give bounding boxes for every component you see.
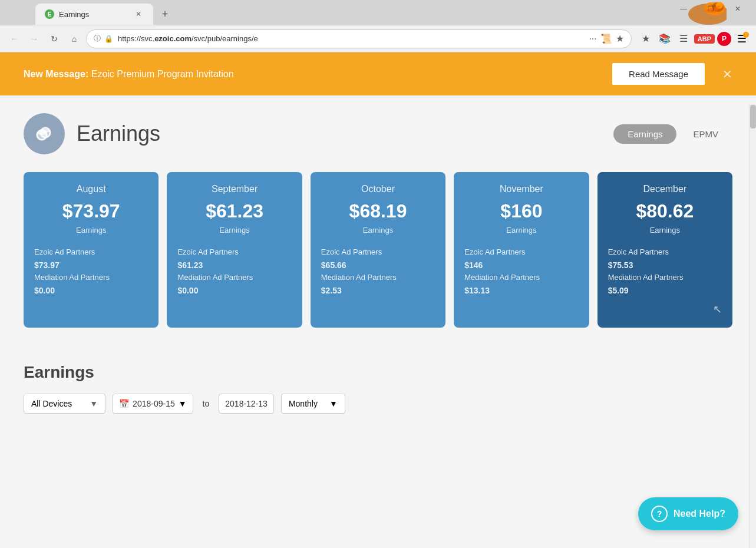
device-filter-arrow: ▼: [90, 399, 98, 408]
month-name-december: December: [608, 184, 722, 194]
month-label-december: Earnings: [608, 226, 722, 235]
address-bar-right: ··· 📜 ★: [589, 33, 623, 44]
info-icon: ⓘ: [94, 34, 101, 44]
help-icon: ?: [651, 506, 668, 522]
maximize-button[interactable]: ❐: [697, 0, 724, 18]
month-cards: August $73.97 Earnings Ezoic Ad Partners…: [24, 172, 732, 328]
month-label-august: Earnings: [34, 226, 148, 235]
tab-close-button[interactable]: ✕: [133, 9, 144, 19]
url-display: https://svc.ezoic.com/svc/pub/earnings/e: [118, 34, 584, 43]
adblock-button[interactable]: ABP: [694, 34, 715, 44]
month-name-august: August: [34, 184, 148, 194]
warning-badge: !: [743, 32, 749, 38]
address-security-icons: ⓘ 🔒: [94, 34, 113, 44]
date-to-picker[interactable]: 2018-12-13: [219, 394, 274, 414]
device-filter-value: All Devices: [31, 399, 72, 408]
month-breakdown-september: Ezoic Ad Partners $61.23 Mediation Ad Pa…: [177, 246, 291, 297]
notification-prefix: New Message:: [24, 69, 88, 79]
svg-point-9: [41, 129, 50, 133]
new-tab-button[interactable]: +: [157, 6, 173, 22]
notification-banner: New Message: Ezoic Premium Program Invit…: [0, 52, 756, 95]
month-label-september: Earnings: [177, 226, 291, 235]
more-options-icon[interactable]: ···: [589, 34, 596, 44]
filter-row: All Devices ▼ 📅 2018-09-15 ▼ to 2018-12-…: [24, 394, 732, 414]
pocket-icon[interactable]: 📜: [600, 33, 612, 44]
close-button[interactable]: ✕: [724, 0, 751, 18]
minimize-button[interactable]: —: [670, 0, 697, 18]
lock-icon: 🔒: [104, 35, 113, 43]
notification-message: Ezoic Premium Program Invitation: [91, 69, 234, 79]
menu-button[interactable]: ☰ !: [734, 31, 750, 47]
cursor-indicator: ↖: [608, 303, 722, 316]
date-to-value: 2018-12-13: [225, 399, 268, 408]
month-label-november: Earnings: [464, 226, 578, 235]
date-from-arrow: ▼: [179, 399, 187, 408]
bottom-earnings-title: Earnings: [24, 363, 732, 382]
address-bar[interactable]: ⓘ 🔒 https://svc.ezoic.com/svc/pub/earnin…: [86, 29, 632, 48]
month-breakdown-december: Ezoic Ad Partners $75.53 Mediation Ad Pa…: [608, 246, 722, 297]
extensions-icon[interactable]: ★: [638, 31, 654, 47]
device-filter[interactable]: All Devices ▼: [24, 394, 105, 414]
need-help-label: Need Help?: [674, 509, 725, 519]
bookmark-icon[interactable]: ★: [616, 33, 624, 44]
month-card-december[interactable]: December $80.62 Earnings Ezoic Ad Partne…: [597, 172, 732, 328]
home-button[interactable]: ⌂: [66, 31, 82, 47]
forward-button[interactable]: →: [26, 31, 42, 47]
month-card-november[interactable]: November $160 Earnings Ezoic Ad Partners…: [454, 172, 589, 328]
period-arrow: ▼: [329, 399, 338, 408]
bottom-section: Earnings All Devices ▼ 📅 2018-09-15 ▼ to…: [0, 363, 756, 414]
toolbar-icons: ★ 📚 ☰ ABP P ☰ !: [638, 31, 750, 47]
earnings-icon: [24, 113, 65, 154]
date-from-picker[interactable]: 📅 2018-09-15 ▼: [113, 394, 193, 414]
month-card-october[interactable]: October $68.19 Earnings Ezoic Ad Partner…: [311, 172, 445, 328]
month-label-october: Earnings: [321, 226, 435, 235]
month-breakdown-august: Ezoic Ad Partners $73.97 Mediation Ad Pa…: [34, 246, 148, 297]
page-title: Earnings: [77, 121, 160, 146]
scrollbar-thumb[interactable]: [750, 105, 756, 128]
tab-title: Earnings: [59, 10, 89, 19]
month-name-november: November: [464, 184, 578, 194]
earnings-header: Earnings Earnings EPMV: [24, 113, 732, 154]
earnings-tabs: Earnings EPMV: [613, 124, 732, 144]
month-amount-october: $68.19: [321, 200, 435, 222]
calendar-icon: 📅: [119, 399, 129, 408]
date-from-value: 2018-09-15: [133, 399, 175, 408]
to-label: to: [200, 399, 212, 408]
month-card-august[interactable]: August $73.97 Earnings Ezoic Ad Partners…: [24, 172, 159, 328]
month-breakdown-october: Ezoic Ad Partners $65.66 Mediation Ad Pa…: [321, 246, 435, 297]
tab-favicon: E: [45, 9, 54, 19]
refresh-button[interactable]: ↻: [46, 31, 62, 47]
month-amount-december: $80.62: [608, 200, 722, 222]
month-amount-november: $160: [464, 200, 578, 222]
need-help-button[interactable]: ? Need Help?: [638, 497, 738, 530]
period-value: Monthly: [289, 399, 318, 408]
month-amount-august: $73.97: [34, 200, 148, 222]
notification-close-button[interactable]: ✕: [722, 67, 732, 81]
library-icon[interactable]: 📚: [656, 31, 673, 47]
main-section: Earnings Earnings EPMV August $73.97 Ear…: [0, 107, 756, 363]
scrollbar[interactable]: [749, 104, 756, 548]
tab-earnings[interactable]: Earnings: [613, 124, 676, 144]
month-breakdown-november: Ezoic Ad Partners $146 Mediation Ad Part…: [464, 246, 578, 297]
browser-tab[interactable]: E Earnings ✕: [35, 4, 153, 25]
read-message-button[interactable]: Read Message: [612, 63, 705, 85]
tab-epmv[interactable]: EPMV: [679, 124, 732, 144]
navigation-bar: ← → ↻ ⌂ ⓘ 🔒 https://svc.ezoic.com/svc/pu…: [0, 25, 756, 52]
month-amount-september: $61.23: [177, 200, 291, 222]
pinterest-button[interactable]: P: [717, 32, 731, 46]
back-button[interactable]: ←: [6, 31, 22, 47]
period-select[interactable]: Monthly ▼: [281, 394, 345, 414]
coins-icon: [34, 123, 55, 144]
notification-text: New Message: Ezoic Premium Program Invit…: [24, 69, 600, 80]
month-name-september: September: [177, 184, 291, 194]
page-content: New Message: Ezoic Premium Program Invit…: [0, 52, 756, 548]
month-name-october: October: [321, 184, 435, 194]
sidebar-icon[interactable]: ☰: [675, 31, 692, 47]
month-card-september[interactable]: September $61.23 Earnings Ezoic Ad Partn…: [167, 172, 302, 328]
